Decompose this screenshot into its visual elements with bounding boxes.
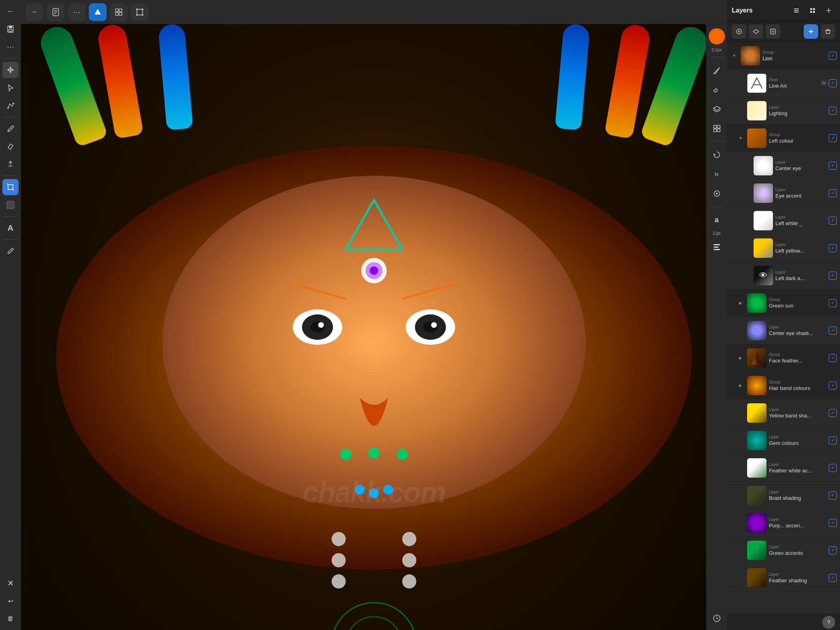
layer-thumb-leftwhite <box>754 211 773 230</box>
layer-item-yellowband[interactable]: LayerYellow band sha... <box>727 399 840 427</box>
layer-visibility-lineart[interactable] <box>829 79 837 87</box>
layer-visibility-purpleaccent[interactable] <box>829 519 837 527</box>
layer-visibility-yellowband[interactable] <box>829 409 837 417</box>
undo-top-button[interactable]: ← <box>26 3 44 21</box>
help-button[interactable]: ? <box>822 616 835 629</box>
delete-button[interactable]: 🗑 <box>2 611 19 627</box>
layer-item-gemcolours[interactable]: LayerGem colours <box>727 427 840 454</box>
layer-item-leftyellow[interactable]: LayerLeft yellow... <box>727 234 840 262</box>
layers-panel-resize-button[interactable] <box>822 4 835 17</box>
layers-side-button[interactable] <box>709 101 725 117</box>
layer-item-hairband[interactable]: ▶GroupHair band colours <box>727 372 840 399</box>
layer-expand-lion[interactable]: ▼ <box>730 52 738 60</box>
canvas-area[interactable]: chakk.com <box>21 24 727 630</box>
layer-right-lineart: fx <box>821 79 837 87</box>
layer-item-lineart[interactable]: PixelLine Artfx <box>727 70 840 97</box>
rotate-side-button[interactable] <box>709 147 725 163</box>
eraser-side-button[interactable] <box>709 82 725 98</box>
layer-item-greenaccents[interactable]: LayerGreen accents <box>727 537 840 564</box>
delete-layer-button[interactable] <box>821 24 835 39</box>
layer-item-centereye[interactable]: LayerCenter eye <box>727 152 840 179</box>
svg-point-50 <box>340 449 351 460</box>
layer-item-leftcolour[interactable]: ▼GroupLeft colour <box>727 124 840 152</box>
layer-item-eyeaccent[interactable]: LayerEye accent <box>727 179 840 207</box>
layer-visibility-braidshading[interactable] <box>829 491 837 499</box>
layer-visibility-leftdark[interactable] <box>829 272 837 280</box>
layer-visibility-featherwhite[interactable] <box>829 464 837 472</box>
layer-visibility-facefeather[interactable] <box>829 354 837 362</box>
layer-visibility-lion[interactable] <box>829 52 837 60</box>
align-button[interactable] <box>709 239 725 255</box>
layer-item-leftwhite[interactable]: LayerLeft white _ <box>727 207 840 234</box>
grid-view-button[interactable] <box>110 3 128 21</box>
layer-item-purpleaccent[interactable]: LayerPurp... accen... <box>727 509 840 537</box>
more-button[interactable]: ⋯ <box>2 39 19 55</box>
brush-side-button[interactable] <box>709 62 725 78</box>
left-toolbar: ← ⋯ A ✕ <box>0 0 21 630</box>
layer-visibility-gemcolours[interactable] <box>829 436 837 445</box>
layer-expand-facefeather[interactable]: ▶ <box>737 354 745 362</box>
layer-visibility-hairband[interactable] <box>829 381 837 390</box>
layers-stack-button[interactable] <box>749 24 763 39</box>
layer-visibility-centereyeshad[interactable] <box>829 327 837 335</box>
crop-tool-button[interactable] <box>2 179 19 195</box>
layer-item-centereyeshad[interactable]: LayerCenter eye shadi... <box>727 317 840 344</box>
save-button[interactable] <box>2 21 19 37</box>
document-button[interactable] <box>47 3 65 21</box>
affinity-logo-button[interactable] <box>89 3 107 21</box>
layer-expand-greensun[interactable]: ▶ <box>737 299 745 307</box>
svg-rect-18 <box>116 9 118 12</box>
layer-right-centereye <box>829 162 837 170</box>
layer-visibility-eyeaccent[interactable] <box>829 189 837 197</box>
more-top-button[interactable]: ⋯ <box>68 3 86 21</box>
layer-item-lighting[interactable]: LayerLighting <box>727 97 840 124</box>
add-layer-button[interactable] <box>804 24 818 39</box>
layers-options-button[interactable] <box>732 24 746 39</box>
layer-expand-hairband[interactable]: ▶ <box>737 381 745 390</box>
back-button[interactable]: ← <box>2 3 19 19</box>
layer-thumb-lion <box>741 46 760 65</box>
layer-item-leftdark[interactable]: 👁LayerLeft dark a... <box>727 262 840 289</box>
timer-button[interactable] <box>709 610 725 626</box>
node-tool-button[interactable] <box>2 97 19 114</box>
undo-button[interactable]: ↩ <box>2 593 19 609</box>
move-tool-button[interactable] <box>2 62 19 78</box>
layers-mask-button[interactable] <box>766 24 780 39</box>
transform-button[interactable] <box>131 3 149 21</box>
brush-tool-button[interactable] <box>2 120 19 137</box>
layer-item-braidshading[interactable]: LayerBraid shading <box>727 482 840 509</box>
color-fill-button[interactable] <box>2 197 19 213</box>
layer-visibility-leftyellow[interactable] <box>829 244 837 252</box>
layers-list-view-button[interactable] <box>790 4 803 17</box>
layer-visibility-lighting[interactable] <box>829 107 837 115</box>
grid-side-button[interactable] <box>709 120 725 137</box>
layer-item-feathershading[interactable]: LayerFeather shading <box>727 564 840 592</box>
pencil-tool-button[interactable] <box>2 243 19 259</box>
layer-visibility-greensun[interactable] <box>829 299 837 307</box>
layer-item-lion[interactable]: ▼GroupLion <box>727 42 840 70</box>
text-tool-button[interactable]: A <box>2 220 19 236</box>
layer-item-greensun[interactable]: ▶GroupGreen sun <box>727 289 840 317</box>
layer-name-gemcolours: Gem colours <box>769 440 829 446</box>
eraser-tool-button[interactable] <box>2 138 19 154</box>
layer-visibility-feathershading[interactable] <box>829 574 837 582</box>
close-layer-button[interactable]: ✕ <box>2 575 19 591</box>
fill-tool-button[interactable] <box>2 156 19 172</box>
layer-right-lion <box>829 52 837 60</box>
color-picker-button[interactable] <box>709 28 725 44</box>
layer-fx-button-lineart[interactable]: fx <box>821 80 827 86</box>
layer-visibility-leftwhite[interactable] <box>829 217 837 225</box>
text-size-button[interactable]: a <box>709 212 725 228</box>
layer-visibility-centereye[interactable] <box>829 162 837 170</box>
snap-side-button[interactable] <box>709 185 725 202</box>
layer-item-facefeather[interactable]: ▶GroupFace feather... <box>727 344 840 372</box>
fx-side-button[interactable]: fx <box>709 166 725 182</box>
layer-visibility-greenaccents[interactable] <box>829 546 837 554</box>
layers-grid-view-button[interactable] <box>806 4 819 17</box>
layer-visibility-leftcolour[interactable] <box>829 134 837 142</box>
layer-expand-leftcolour[interactable]: ▼ <box>737 134 745 142</box>
svg-point-51 <box>368 447 380 459</box>
layer-item-featherwhite[interactable]: LayerFeather white ac... <box>727 454 840 482</box>
layers-list[interactable]: ▼GroupLionPixelLine ArtfxLayerLighting▼G… <box>727 42 840 614</box>
select-tool-button[interactable] <box>2 80 19 96</box>
